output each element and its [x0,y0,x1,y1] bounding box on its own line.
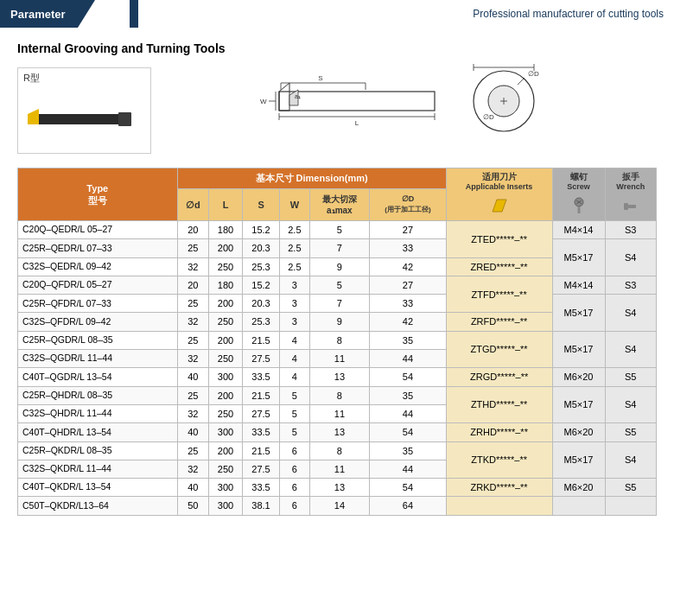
cell-insert: ZRED*****–** [446,257,552,276]
cell-W: 6 [280,441,309,460]
cell-wrench: S5 [605,479,656,497]
cell-L: 250 [209,350,243,368]
cell-amax: 13 [309,368,370,386]
svg-marker-1 [28,109,39,124]
cell-amax: 9 [309,257,370,276]
cell-d: 25 [177,441,209,460]
cell-D: 54 [370,423,446,441]
page-content: Internal Grooving and Turning Tools R型 [0,28,674,530]
cell-wrench: S3 [605,276,656,294]
cell-S: 15.2 [242,276,279,294]
table-row: C40T–QHDR/L 13–544030033.551354ZRHD*****… [18,423,657,441]
cell-S: 25.3 [242,257,279,276]
col-W-header: W [280,188,309,220]
cell-wrench: S4 [605,386,656,423]
col-wrench-header: 扳手 Wrench [605,168,656,221]
cell-W: 3 [280,295,309,313]
cell-d: 32 [177,257,209,276]
product-tool-image [23,88,144,147]
cell-amax: 11 [309,350,370,368]
cell-S: 20.3 [242,295,279,313]
cell-amax: 13 [309,479,370,497]
cell-d: 25 [177,239,209,257]
cell-d: 40 [177,368,209,386]
cell-L: 300 [209,497,243,515]
product-type-label: R型 [23,72,40,85]
cell-amax: 9 [309,313,370,331]
cell-screw: M5×17 [552,386,605,423]
cell-d: 25 [177,295,209,313]
cell-insert: ZRGD*****–** [446,368,552,386]
table-row: C25R–QEDR/L 07–332520020.32.5733M5×17S4 [18,239,657,257]
cell-L: 180 [209,276,243,294]
dimension-diagram-svg: S a₁ W L ∅D [227,59,599,154]
product-images-row: R型 S [17,67,657,154]
cell-amax: 8 [309,441,370,460]
cell-screw [552,497,605,515]
cell-screw: M6×20 [552,368,605,386]
cell-insert: ZTHD*****–** [446,386,552,423]
cell-amax: 14 [309,497,370,515]
screw-icon [569,196,588,215]
table-row: C20Q–QFDR/L 05–272018015.23527ZTFD*****–… [18,276,657,294]
cell-wrench [605,497,656,515]
cell-amax: 8 [309,386,370,404]
cell-D: 64 [370,497,446,515]
col-L-header: L [209,188,243,220]
page-title: Internal Grooving and Turning Tools [17,41,657,55]
cell-W: 6 [280,497,309,515]
svg-marker-28 [493,200,506,212]
cell-W: 3 [280,313,309,331]
cell-S: 33.5 [242,423,279,441]
cell-type: C25R–QGDR/L 08–35 [18,331,178,349]
cell-insert: ZTGD*****–** [446,331,552,368]
table-row: C25R–QHDR/L 08–352520021.55835ZTHD*****–… [18,386,657,404]
header-left-label: Parameter [10,8,66,21]
cell-L: 300 [209,368,243,386]
svg-text:L: L [354,119,359,127]
page-header: Parameter Professional manufacturer of c… [0,0,674,28]
cell-L: 200 [209,441,243,460]
cell-W: 4 [280,368,309,386]
cell-screw: M4×14 [552,220,605,238]
cell-D: 54 [370,368,446,386]
svg-line-23 [518,78,525,85]
cell-W: 5 [280,423,309,441]
col-dimension-group-header: 基本尺寸 Dimension(mm) [177,168,446,189]
table-row: C25R–QKDR/L 08–352520021.56835ZTKD*****–… [18,441,657,460]
cell-S: 21.5 [242,441,279,460]
cell-W: 3 [280,276,309,294]
cell-D: 33 [370,295,446,313]
svg-text:W: W [260,98,267,105]
cell-W: 6 [280,479,309,497]
cell-W: 2.5 [280,239,309,257]
cell-type: C32S–QHDR/L 11–44 [18,404,178,422]
cell-screw: M5×17 [552,295,605,332]
cell-D: 27 [370,276,446,294]
insert-icon [490,196,509,215]
table-row: C40T–QKDR/L 13–544030033.561354ZRKD*****… [18,479,657,497]
cell-screw: M5×17 [552,441,605,479]
cell-d: 50 [177,497,209,515]
technical-diagram: S a₁ W L ∅D [168,67,657,154]
cell-type: C32S–QKDR/L 11–44 [18,460,178,478]
cell-D: 44 [370,460,446,478]
svg-text:S: S [318,74,322,82]
cell-d: 40 [177,479,209,497]
cell-insert: ZRFD*****–** [446,313,552,331]
svg-rect-34 [624,203,628,210]
cell-L: 250 [209,460,243,478]
table-row: C25R–QFDR/L 07–332520020.33733M5×17S4 [18,295,657,313]
cell-wrench: S3 [605,220,656,238]
col-screw-header: 螺钉 Screw [552,168,605,221]
cell-d: 25 [177,331,209,349]
cell-wrench: S4 [605,331,656,368]
cell-type: C25R–QKDR/L 08–35 [18,441,178,460]
cell-wrench: S5 [605,423,656,441]
cell-type: C40T–QKDR/L 13–54 [18,479,178,497]
cell-W: 5 [280,404,309,422]
cell-D: 35 [370,331,446,349]
cell-S: 38.1 [242,497,279,515]
cell-amax: 11 [309,404,370,422]
cell-S: 33.5 [242,479,279,497]
